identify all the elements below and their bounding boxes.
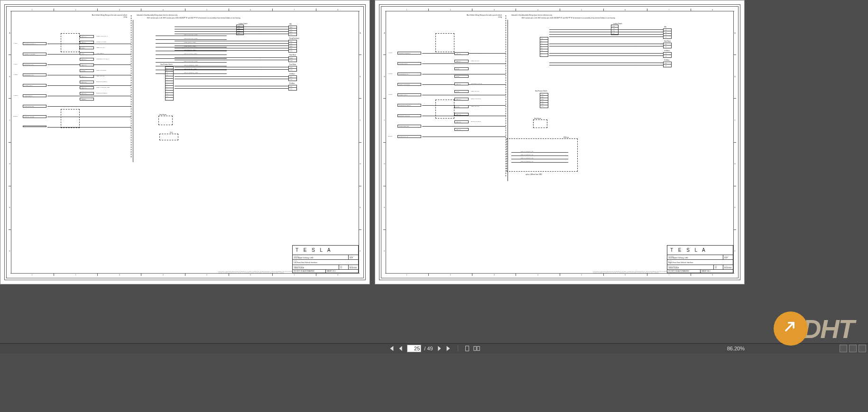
ruler-vcell: A — [383, 11, 386, 55]
prev-page-icon[interactable] — [397, 345, 404, 352]
ruler-cell: 4 — [516, 9, 560, 11]
last-page-icon[interactable] — [445, 345, 452, 352]
sheet: SHEET 30.1 — [701, 270, 733, 273]
pin: P114 — [289, 50, 296, 52]
signal-ref: A3 G8.C — [13, 64, 18, 64]
nav-group: / 49 — [388, 345, 480, 352]
wire — [549, 65, 663, 65]
wire — [175, 41, 288, 41]
ruler-vcell: B — [383, 55, 386, 99]
ruler-cell: 4 — [516, 274, 560, 276]
rev: T2 — [340, 267, 342, 269]
toolbar-icon-3[interactable] — [859, 345, 866, 352]
block-title: Front Motor — [289, 64, 296, 65]
single-page-icon[interactable] — [464, 345, 471, 352]
ruler-vcell: F — [9, 230, 11, 273]
date: 8/13/2014 — [724, 267, 732, 269]
ruler-cell: 5 — [560, 274, 604, 276]
wire-label: BUCKLE-HC-GND 0.5 — [96, 81, 107, 82]
pin: Pin2 — [289, 88, 296, 90]
signal-box: FPDISEAT-HC-GND — [23, 53, 46, 55]
seat-heater-box — [158, 116, 173, 125]
first-page-icon[interactable] — [388, 345, 395, 352]
ruler-cell: 1 — [385, 274, 429, 276]
connector-label: X057AP6 — [80, 86, 94, 89]
wire — [422, 126, 506, 127]
connector-block: Pin1Pin2 — [663, 62, 672, 67]
ruler-right: A B C D E F — [733, 11, 736, 273]
block-title: Slide Motor — [289, 54, 296, 56]
wire — [175, 76, 288, 77]
page-left: 1 2 3 4 5 6 7 8 1 2 3 4 5 6 7 8 A B — [0, 0, 370, 284]
connector-label: CL202 — [80, 46, 94, 49]
wire-label: FPDISEAT-HC-GND — [96, 41, 106, 42]
signal-box: FP2SEAT0CC-DIG — [397, 125, 421, 128]
wire — [47, 106, 131, 107]
page-right: 1 2 3 4 5 6 7 8 1 2 3 4 5 6 7 8 A B — [375, 0, 745, 284]
ruler-vcell: D — [9, 143, 11, 186]
brand-logo: T E S L A — [667, 246, 733, 255]
wire — [175, 48, 288, 48]
ruler-cell: 8 — [691, 274, 734, 276]
block-title: SBL — [289, 23, 292, 25]
occ-box — [159, 134, 178, 140]
wire — [175, 67, 288, 67]
ruler-left: A B C D E F — [383, 11, 386, 273]
seat-position-block: Pin1Pin2Pin3Pin4Pin5Pin6 — [540, 93, 548, 108]
sheet: SHEET 29.1 — [326, 270, 359, 273]
toolbar-icon-1[interactable] — [840, 345, 847, 352]
bottom-fill — [0, 353, 868, 412]
pin: P115 — [289, 59, 296, 62]
ruler-cell: 2 — [429, 9, 472, 11]
seat-position-label: Seat Position Switch — [160, 64, 173, 65]
ruler-left: A B C D E F — [9, 11, 11, 273]
connector-label: X057AP3 — [80, 35, 94, 38]
toolbar-icon-2[interactable] — [849, 345, 857, 352]
wire — [156, 62, 227, 63]
wire — [156, 39, 227, 40]
boundary-dashed — [506, 15, 506, 176]
ruler-vcell: C — [9, 99, 11, 142]
ruler-cell: 3 — [472, 9, 516, 11]
signal-box: FRONTSEAT-LIN — [23, 63, 46, 66]
ruler-cell: 2 — [54, 274, 98, 276]
signal-box: FRONTSEAT-USNS-B — [397, 104, 421, 107]
connector-label: CL190 — [454, 90, 469, 93]
schematic-right: Main Vehicle Wiring Wiring on this side … — [388, 14, 731, 156]
wire-label: 12406M-B1 0.5_A1/B5M — [184, 42, 196, 43]
title-block-right: T E S L A PROJECT2013 Model S Wiring: LH… — [667, 245, 733, 273]
wire-label: G309M-G8.1 0.5 — [471, 106, 479, 107]
ruler-vcell: D — [359, 143, 361, 186]
signal-ref: A3 G8.D — [388, 73, 392, 74]
seat-position-label: Seat Position Switch — [535, 90, 547, 92]
signal-box: BUCKLE-HC-GND — [23, 115, 46, 118]
connector-label: X057BP2 — [80, 98, 94, 101]
schematic-left: Main Vehicle Wiring Wiring on this side … — [13, 14, 357, 156]
wire — [156, 47, 227, 47]
connector-label: X057AP5 — [80, 81, 94, 83]
ruler-cell: 7 — [647, 9, 691, 11]
wire — [511, 159, 568, 159]
connector-label: CL584 — [80, 52, 94, 55]
connector-label: X058AP1 — [454, 82, 469, 85]
ruler-vcell: A — [734, 11, 736, 55]
signal-box: FRONTSEAT-LIN — [23, 73, 46, 76]
two-page-icon[interactable] — [473, 345, 480, 352]
ruler-cell: 7 — [273, 9, 316, 11]
signal-box: BUCKLE-MC-B1 0.5 — [397, 114, 421, 117]
page-input[interactable] — [407, 345, 421, 352]
connector-label: CL203 — [454, 67, 469, 70]
header-note-left: Main Vehicle Wiring Wiring on this side … — [89, 14, 127, 18]
ruler-cell: 5 — [560, 9, 604, 11]
pages-container: 1 2 3 4 5 6 7 8 1 2 3 4 5 6 7 8 A B — [0, 0, 868, 341]
date: 8/13/2014 — [350, 267, 357, 269]
title-block-left: T E S L A PROJECT2013 Model S Wiring: LH… — [292, 245, 359, 273]
wire-label: 1260-HC-DIAG 0.5_A1/B5M — [184, 34, 198, 35]
connector-block: Pin1Pin2 — [663, 52, 672, 58]
wire-label: PK120M-LIGHT 0.5_YL — [96, 36, 108, 37]
wire-label: BUCKLE-HC-GND 0.5 — [96, 92, 107, 93]
block-title: SBL — [664, 26, 666, 28]
bottom-note: splice =100mm from X062 — [526, 174, 542, 175]
next-page-icon[interactable] — [436, 345, 443, 352]
pin: Pin6 — [540, 105, 548, 108]
